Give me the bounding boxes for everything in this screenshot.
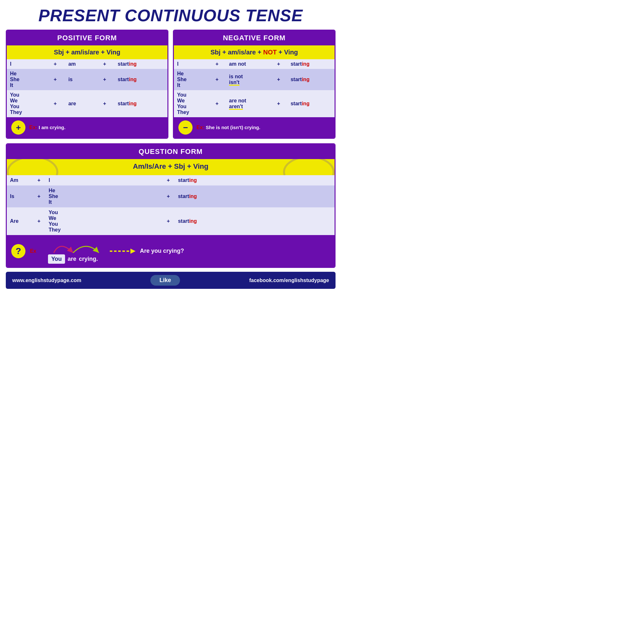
top-row: POSITIVE FORM Sbj + am/is/are + Ving I +…	[6, 30, 336, 139]
table-row: I + am not + starting	[174, 59, 335, 69]
plus2-cell: +	[95, 90, 114, 117]
contraction: aren't	[229, 104, 243, 109]
plus2-cell: +	[270, 59, 288, 69]
plus-cell: +	[45, 90, 65, 117]
dashed-arrow	[110, 249, 136, 254]
starting-cell: starting	[115, 69, 167, 90]
starting-cell: starting	[287, 59, 335, 69]
negative-form-header: NEGATIVE FORM	[174, 31, 335, 45]
plus-cell: +	[208, 59, 226, 69]
starting-cell: starting	[115, 90, 167, 117]
starting-cell: starting	[287, 69, 335, 90]
plus2-cell: +	[95, 59, 114, 69]
subject-cell: You We You They	[45, 207, 162, 235]
contraction: isn't	[229, 80, 239, 85]
plus-cell: +	[33, 175, 45, 185]
table-row: He She It + is + starting	[7, 69, 167, 90]
negative-example-text: Ex: She is not (isn't) crying.	[196, 125, 260, 130]
positive-ex-sentence: I am crying.	[39, 125, 65, 130]
starting-cell: starting	[175, 185, 335, 207]
table-row: You We You They + are not aren't + start…	[174, 90, 335, 117]
plus-cell: +	[45, 59, 65, 69]
verb-cell: is not isn't	[226, 69, 270, 90]
curved-arrow-svg	[41, 238, 105, 254]
verb-cell: Am	[7, 175, 33, 185]
main-title: PRESENT CONTINUOUS TENSE	[6, 6, 336, 25]
plus2-cell: +	[162, 207, 175, 235]
table-row: Are + You We You They + starting	[7, 207, 335, 235]
verb-cell: am	[65, 59, 95, 69]
positive-form-header: POSITIVE FORM	[7, 31, 167, 45]
negative-formula: Sbj + am/is/are + NOT + Ving	[174, 45, 335, 59]
table-row: I + am + starting	[7, 59, 167, 69]
positive-example-text: Ex: I am crying.	[29, 125, 65, 130]
subject-cell: I	[7, 59, 45, 69]
verb-cell: am not	[226, 59, 270, 69]
positive-table: I + am + starting He She It + is + start…	[7, 59, 167, 117]
question-form-box: QUESTION FORM Am/Is/Are + Sbj + Ving Am …	[6, 143, 336, 268]
subject-cell: I	[45, 175, 162, 185]
verb-cell: are not aren't	[226, 90, 270, 117]
verb-cell: Are	[7, 207, 33, 235]
table-row: He She It + is not isn't + starting	[174, 69, 335, 90]
subject-cell: He She It	[45, 185, 162, 207]
page: PRESENT CONTINUOUS TENSE POSITIVE FORM S…	[0, 0, 341, 293]
question-circle: ?	[11, 244, 25, 258]
subject-cell: He She It	[7, 69, 45, 90]
plus-cell: +	[33, 185, 45, 207]
sentence-words: You are crying.	[48, 254, 98, 264]
question-table: Am + I + starting Is + He She It + start…	[7, 175, 335, 235]
starting-cell: starting	[115, 59, 167, 69]
positive-ex-label: Ex:	[29, 125, 37, 130]
plus2-cell: +	[270, 69, 288, 90]
negative-circle: −	[178, 120, 193, 135]
positive-circle: +	[11, 120, 25, 135]
question-example-row: ? Ex	[7, 235, 335, 267]
verb-cell: are	[65, 90, 95, 117]
arc-decoration-left	[7, 159, 58, 175]
negative-ex-sentence: She is not (isn't) crying.	[206, 125, 260, 130]
curved-arrow-group: You are crying.	[41, 238, 105, 264]
question-ex-label: Ex	[30, 248, 36, 254]
plus-cell: +	[208, 90, 226, 117]
footer: www.englishstudypage.com Like facebook.c…	[6, 272, 336, 289]
plus2-cell: +	[162, 185, 175, 207]
subject-cell: You We You They	[7, 90, 45, 117]
question-ex-are: are	[68, 256, 76, 262]
subject-cell: You We You They	[174, 90, 208, 117]
question-formula: Am/Is/Are + Sbj + Ving	[11, 162, 331, 171]
starting-cell: starting	[175, 175, 335, 185]
dash-line	[110, 251, 129, 252]
plus-cell: +	[45, 69, 65, 90]
plus-cell: +	[208, 69, 226, 90]
question-ex-you: You	[48, 254, 65, 264]
table-row: Am + I + starting	[7, 175, 335, 185]
negative-ex-label: Ex:	[196, 125, 204, 130]
not-word: NOT	[263, 49, 277, 56]
starting-cell: starting	[287, 90, 335, 117]
question-ex-result: Are you crying?	[140, 248, 184, 254]
positive-form-box: POSITIVE FORM Sbj + am/is/are + Ving I +…	[6, 30, 168, 139]
question-ex-crying: crying.	[79, 256, 98, 262]
footer-left: www.englishstudypage.com	[12, 278, 81, 283]
arrow-tip	[130, 249, 136, 254]
plus2-cell: +	[95, 69, 114, 90]
subject-cell: I	[174, 59, 208, 69]
like-button[interactable]: Like	[150, 275, 180, 286]
plus2-cell: +	[270, 90, 288, 117]
table-row: You We You They + are + starting	[7, 90, 167, 117]
subject-cell: He She It	[174, 69, 208, 90]
footer-right: facebook.com/englishstudypage	[249, 278, 329, 283]
verb-cell: is	[65, 69, 95, 90]
positive-formula: Sbj + am/is/are + Ving	[7, 45, 167, 59]
starting-cell: starting	[175, 207, 335, 235]
positive-example-row: + Ex: I am crying.	[7, 117, 167, 138]
plus2-cell: +	[162, 175, 175, 185]
negative-example-row: − Ex: She is not (isn't) crying.	[174, 117, 335, 138]
table-row: Is + He She It + starting	[7, 185, 335, 207]
negative-form-box: NEGATIVE FORM Sbj + am/is/are + NOT + Vi…	[173, 30, 336, 139]
question-form-header: QUESTION FORM	[7, 144, 335, 159]
arc-decoration-right	[283, 159, 335, 175]
negative-table: I + am not + starting He She It + is not…	[174, 59, 335, 117]
plus-cell: +	[33, 207, 45, 235]
